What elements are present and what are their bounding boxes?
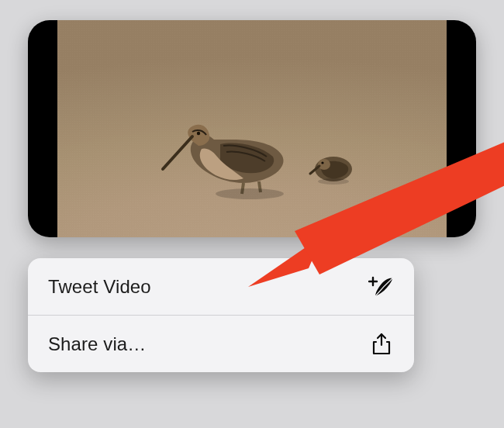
svg-point-1 [216, 188, 284, 199]
menu-item-label: Tweet Video [48, 276, 151, 298]
video-preview[interactable] [28, 20, 476, 237]
video-frame [57, 20, 447, 237]
svg-point-5 [318, 178, 349, 185]
video-scene-bird [158, 95, 313, 203]
plus-feather-icon [368, 275, 395, 299]
svg-point-4 [321, 161, 323, 164]
svg-point-0 [197, 132, 200, 135]
menu-item-label: Share via… [48, 333, 146, 355]
menu-item-share-via[interactable]: Share via… [28, 316, 414, 372]
share-icon [368, 333, 395, 356]
menu-item-tweet-video[interactable]: Tweet Video [28, 258, 414, 315]
video-scene-bird-small [306, 143, 363, 188]
context-menu: Tweet Video Share via… [28, 258, 414, 372]
svg-point-3 [318, 159, 330, 170]
